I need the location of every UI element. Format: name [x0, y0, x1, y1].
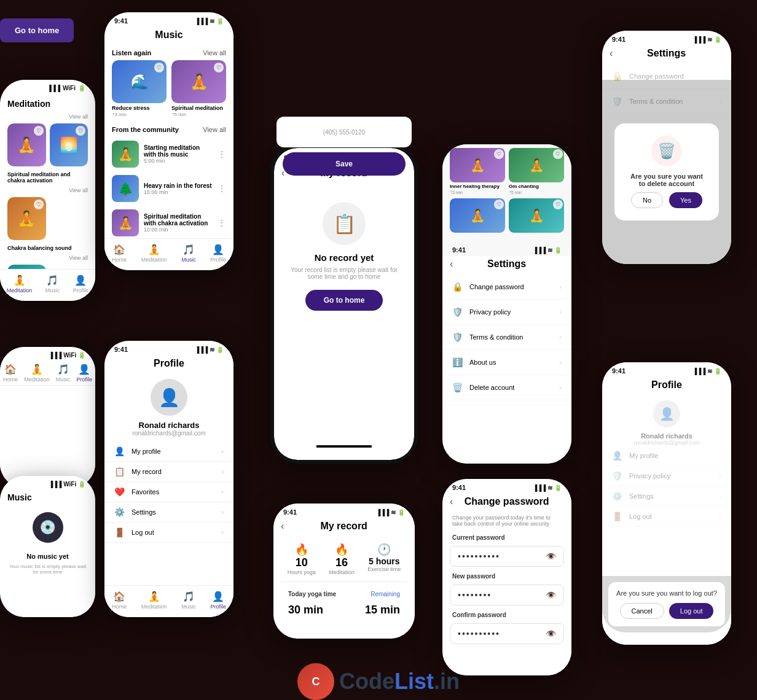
cancel-button[interactable]: Cancel: [620, 603, 664, 619]
nav-home-l2[interactable]: 🏠 Home: [3, 364, 18, 383]
nav-home-profile[interactable]: 🏠 Home: [112, 591, 127, 610]
phone-profile-small: ▐▐▐ WiFi 🔋 🏠 Home 🧘 Meditation 🎵 Music 👤…: [0, 347, 95, 488]
delete-no-button[interactable]: No: [631, 192, 663, 208]
settings-terms[interactable]: 🛡️ Terms & condition ›: [442, 325, 571, 350]
chakra-label: Chakra balancing sound: [0, 244, 95, 252]
heart-menu-icon: ❤️: [114, 487, 125, 497]
current-password-field[interactable]: •••••••••• 👁️: [450, 546, 564, 567]
eye-icon-1[interactable]: 👁️: [546, 551, 556, 561]
logout-buttons: Cancel Log out: [616, 603, 718, 619]
heart-thumb-3[interactable]: ♡: [494, 200, 504, 209]
heart-icon-3[interactable]: ♡: [34, 200, 44, 209]
eye-icon-2[interactable]: 👁️: [546, 590, 556, 600]
modal-overlay-delete: 🗑️ Are you sure you want to delete accou…: [602, 80, 731, 264]
settings-thumb-grid: 🧘 ♡ Inner healing therapy 13 min 🧘 ♡ Om …: [442, 144, 571, 236]
spiritual-duration: 25 min: [171, 112, 226, 117]
record-stats-title: My record: [291, 521, 415, 532]
settings-delete[interactable]: 🗑️ Delete account ›: [442, 375, 571, 400]
nav-med-profile[interactable]: 🧘 Meditation: [141, 591, 167, 610]
new-password-field[interactable]: •••••••• 👁️: [450, 585, 564, 605]
heart-thumb-2[interactable]: ♡: [553, 149, 563, 159]
profile-email: ronaldrichards@gmail.com: [104, 430, 233, 437]
delete-modal-header: ‹ Settings: [602, 45, 731, 64]
meditation-card-1[interactable]: 🧘 ♡: [7, 123, 46, 166]
watermark: C CodeList.in: [297, 663, 460, 700]
watermark-logo: C: [297, 663, 334, 700]
community-item-2[interactable]: 🌲 Heavy rain in the forest 15:00 min ⋮: [104, 171, 233, 206]
arrow-icon-5: ›: [221, 528, 224, 537]
menu-my-record[interactable]: 📋 My record ›: [104, 462, 233, 482]
nav-profile-left1[interactable]: 👤 Profile: [73, 274, 89, 294]
spiritual-label: Spiritual meditation andchakra activatio…: [0, 170, 95, 185]
nav-profile-music[interactable]: 👤 Profile: [211, 244, 227, 263]
heart-thumb-1[interactable]: ♡: [494, 149, 504, 159]
thumb-inner-healing[interactable]: 🧘 ♡ Inner healing therapy 13 min: [450, 148, 505, 195]
nav-music-left1[interactable]: 🎵 Music: [45, 274, 60, 294]
status-bar-profile: 9:41 ▐▐▐ ≋ 🔋: [104, 341, 233, 356]
nav-profile-profile[interactable]: 👤 Profile: [211, 591, 227, 610]
heart-icon-2[interactable]: ♡: [76, 126, 85, 136]
meditation-card-2[interactable]: 🌅 ♡: [50, 123, 88, 166]
phone-record-center: 9:41 ●●● ▐▐▐ ≋ 🔋 ‹ My record 📋 No record…: [270, 144, 418, 464]
logout-profile-title: Profile: [602, 377, 731, 395]
music-card-reduce-stress[interactable]: 🌊 ♡ Reduce stress 13 min: [112, 60, 167, 117]
back-arrow-delete[interactable]: ‹: [602, 48, 620, 59]
heart-icon-1[interactable]: ♡: [34, 126, 44, 136]
confirm-password-field[interactable]: •••••••••• 👁️: [450, 623, 564, 644]
menu-logout[interactable]: 🚪 Log out ›: [104, 523, 233, 543]
disc-icon: 💿: [33, 512, 63, 543]
phone-record-stats: 9:41 ▐▐▐ ≋ 🔋 ‹ My record 🔥 10 Hours yoga…: [273, 504, 415, 639]
arrow-delete: ›: [559, 384, 562, 391]
dots-menu-1[interactable]: ⋮: [218, 149, 226, 159]
dots-menu-2[interactable]: ⋮: [218, 184, 226, 193]
heart-spiritual[interactable]: ♡: [214, 63, 224, 72]
thumb-4[interactable]: 🧘 ♡: [509, 198, 564, 233]
eye-icon-3[interactable]: 👁️: [546, 629, 556, 639]
nav-music-l2[interactable]: 🎵 Music: [56, 364, 71, 383]
delete-modal-icon: 🗑️: [651, 136, 682, 166]
thumb-3[interactable]: 🧘 ♡: [450, 198, 505, 233]
nav-profile-l2[interactable]: 👤 Profile: [76, 364, 92, 383]
nav-med-music[interactable]: 🧘 Meditation: [141, 244, 167, 263]
nav-home-music[interactable]: 🏠 Home: [112, 244, 127, 263]
nav-med-l2[interactable]: 🧘 Meditation: [24, 364, 50, 383]
arrow-icon-3: ›: [221, 488, 224, 496]
delete-confirm-modal: 🗑️ Are you sure you want to delete accou…: [614, 123, 719, 220]
back-arrow-changepass[interactable]: ‹: [442, 496, 460, 507]
phone-nomusic-small: ▐▐▐ WiFi 🔋 Music 💿 No music yet Your mus…: [0, 476, 95, 617]
info-icon: ℹ️: [452, 357, 463, 367]
status-bar-delete: 9:41 ▐▐▐ ≋ 🔋: [602, 31, 731, 45]
settings-header: ‹ Settings: [442, 256, 571, 274]
status-bar-settings: 9:41 ▐▐▐ ≋ 🔋: [442, 241, 571, 256]
heart-thumb-4[interactable]: ♡: [553, 200, 563, 209]
hero-goto-button[interactable]: Go to home: [0, 18, 74, 42]
back-arrow-settings[interactable]: ‹: [442, 259, 460, 270]
community-item-3[interactable]: 🧘 Spiritual meditation with chakra activ…: [104, 206, 233, 240]
status-bar-music: 9:41 ▐▐▐ ≋ 🔋: [104, 12, 233, 27]
goto-home-button-record[interactable]: Go to home: [305, 290, 383, 311]
save-button[interactable]: Save: [283, 152, 406, 176]
stat-meditation: 🔥 16 Meditation: [329, 543, 355, 575]
dots-menu-3[interactable]: ⋮: [218, 218, 226, 228]
thumb-om-chanting[interactable]: 🧘 ♡ Om chanting 25 min: [509, 148, 564, 195]
logout-button[interactable]: Log out: [669, 603, 714, 619]
settings-privacy[interactable]: 🛡️ Privacy policy ›: [442, 300, 571, 325]
status-bar-changepass: 9:41 ▐▐▐ ≋ 🔋: [442, 479, 571, 494]
settings-change-password[interactable]: 🔒 Change password ›: [442, 274, 571, 300]
menu-favorites[interactable]: ❤️ Favorites ›: [104, 482, 233, 502]
community-item-1[interactable]: 🧘 Starting meditation with this music 5:…: [104, 137, 233, 171]
shield-icon-terms: 🛡️: [452, 332, 463, 342]
record-stats-row: 🔥 10 Hours yoga 🔥 16 Meditation 🕐 5 hour…: [273, 537, 415, 581]
nav-music-profile[interactable]: 🎵 Music: [181, 591, 196, 610]
settings-about[interactable]: ℹ️ About us ›: [442, 350, 571, 375]
back-arrow-stats[interactable]: ‹: [273, 521, 291, 532]
nav-music-music[interactable]: 🎵 Music: [181, 244, 196, 263]
nav-bar-music: 🏠 Home 🧘 Meditation 🎵 Music 👤 Profile: [104, 238, 233, 270]
menu-my-profile[interactable]: 👤 My profile ›: [104, 441, 233, 462]
chakra-card[interactable]: 🧘 ♡: [7, 197, 46, 240]
music-card-spiritual[interactable]: 🧘 ♡ Spiritual meditation 25 min: [171, 60, 226, 117]
menu-settings[interactable]: ⚙️ Settings ›: [104, 502, 233, 523]
heart-reduce-stress[interactable]: ♡: [154, 63, 164, 72]
nav-meditation[interactable]: 🧘 Meditation: [7, 274, 33, 294]
delete-yes-button[interactable]: Yes: [669, 192, 702, 208]
